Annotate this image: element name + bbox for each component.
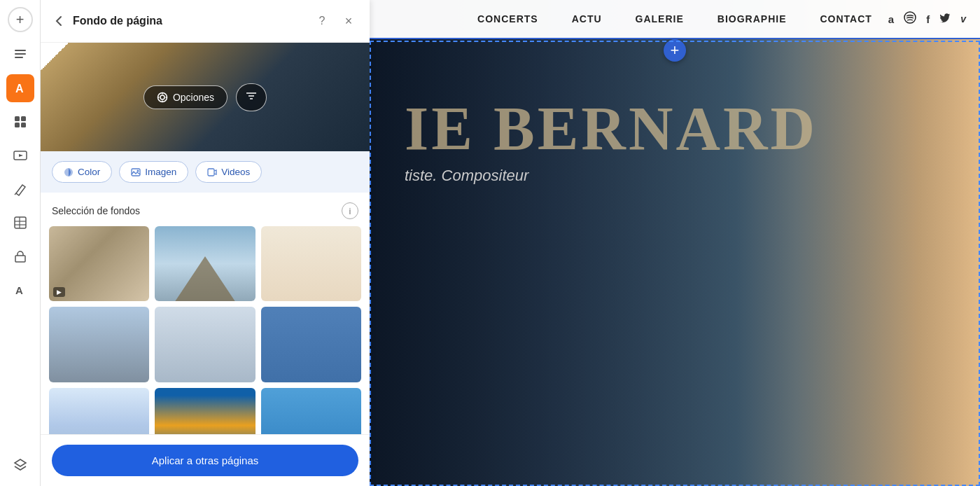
tab-videos[interactable]: Videos <box>195 161 262 183</box>
gallery-item-2[interactable] <box>155 226 255 301</box>
svg-rect-2 <box>15 57 23 58</box>
panel-title: Fondo de página <box>73 15 305 27</box>
add-section-button[interactable]: + <box>664 39 686 62</box>
svg-line-10 <box>15 193 16 195</box>
preview-overlay: Opciones <box>41 43 370 151</box>
nav-actu[interactable]: ACTU <box>569 13 605 25</box>
svg-rect-4 <box>15 116 20 121</box>
svg-rect-0 <box>15 50 26 51</box>
hero-content: IE BERNARD tiste. Compositeur <box>370 56 980 486</box>
sidebar-apps-icon[interactable] <box>6 108 34 136</box>
svg-marker-17 <box>15 459 26 466</box>
gallery-info-button[interactable]: i <box>342 202 358 219</box>
gallery-item-6[interactable] <box>261 307 361 382</box>
svg-rect-6 <box>15 123 20 127</box>
svg-rect-11 <box>15 217 26 228</box>
svg-rect-5 <box>21 116 26 121</box>
video-badge-1: ▶ <box>53 287 65 297</box>
apply-to-pages-button[interactable]: Aplicar a otras páginas <box>52 445 358 476</box>
options-button[interactable]: Opciones <box>144 85 227 109</box>
nav-biographie[interactable]: BIOGRAPHIE <box>715 13 790 25</box>
nav-social-icons: a f v <box>888 11 966 27</box>
gallery-title: Selección de fondos <box>52 205 140 216</box>
background-panel: Fondo de página ? × Opciones Color Image… <box>41 0 370 486</box>
panel-back-button[interactable] <box>52 14 66 28</box>
tab-color-label: Color <box>78 167 100 177</box>
hero-artist-name: IE BERNARD <box>405 98 945 160</box>
sidebar-brand-icon[interactable]: A <box>6 74 34 102</box>
gallery-item-4[interactable] <box>49 307 149 382</box>
panel-help-button[interactable]: ? <box>312 11 332 31</box>
hero-subtitle: tiste. Compositeur <box>405 167 945 185</box>
sidebar-media-icon[interactable] <box>6 141 34 169</box>
svg-rect-29 <box>208 169 214 176</box>
svg-rect-1 <box>15 53 26 55</box>
apply-button-row: Aplicar a otras páginas <box>41 434 370 486</box>
sidebar-layers-icon[interactable] <box>6 451 34 479</box>
svg-text:A: A <box>15 83 24 95</box>
svg-point-28 <box>137 169 139 172</box>
nav-contact[interactable]: CONTACT <box>817 13 874 25</box>
left-sidebar: + A A <box>0 0 41 486</box>
gallery-header: Selección de fondos i <box>49 193 361 226</box>
filter-button[interactable] <box>236 83 267 111</box>
sidebar-table-icon[interactable] <box>6 209 34 237</box>
tab-color[interactable]: Color <box>52 161 112 183</box>
svg-text:A: A <box>15 284 23 296</box>
svg-marker-9 <box>19 154 23 157</box>
nav-galerie[interactable]: GALERIE <box>633 13 687 25</box>
gallery-item-5[interactable] <box>155 307 255 382</box>
main-content-area: CONCERTS ACTU GALERIE BIOGRAPHIE CONTACT… <box>370 0 980 486</box>
gallery-item-9[interactable] <box>261 388 361 434</box>
tab-row: Color Imagen Videos <box>41 151 370 193</box>
svg-point-18 <box>160 95 164 99</box>
sidebar-pages-icon[interactable] <box>6 41 34 69</box>
navigation-bar: CONCERTS ACTU GALERIE BIOGRAPHIE CONTACT… <box>370 0 980 39</box>
add-button[interactable]: + <box>8 7 33 32</box>
sidebar-text-icon[interactable]: A <box>6 276 34 304</box>
svg-rect-15 <box>15 256 25 262</box>
tab-videos-label: Videos <box>221 167 250 177</box>
panel-header: Fondo de página ? × <box>41 0 370 43</box>
options-label: Opciones <box>173 92 214 103</box>
gallery-item-1[interactable]: ▶ <box>49 226 149 301</box>
nav-concerts[interactable]: CONCERTS <box>475 13 541 25</box>
gallery-section: Selección de fondos i ▶ <box>41 193 370 434</box>
sidebar-store-icon[interactable] <box>6 242 34 270</box>
spotify-icon[interactable] <box>904 11 916 27</box>
facebook-icon[interactable]: f <box>926 13 930 25</box>
vimeo-icon[interactable]: v <box>960 13 966 25</box>
panel-close-button[interactable]: × <box>339 11 358 31</box>
gallery-grid: ▶ <box>49 226 361 434</box>
tab-image-label: Imagen <box>145 167 176 177</box>
twitter-icon[interactable] <box>939 13 951 25</box>
panel-preview-area: Opciones <box>41 43 370 151</box>
gallery-item-3[interactable] <box>261 226 361 301</box>
gallery-item-7[interactable] <box>49 388 149 434</box>
sidebar-pen-icon[interactable] <box>6 175 34 203</box>
gallery-item-8[interactable] <box>155 388 255 434</box>
tab-image[interactable]: Imagen <box>119 161 188 183</box>
amazon-icon[interactable]: a <box>888 13 894 25</box>
svg-rect-7 <box>21 123 26 127</box>
